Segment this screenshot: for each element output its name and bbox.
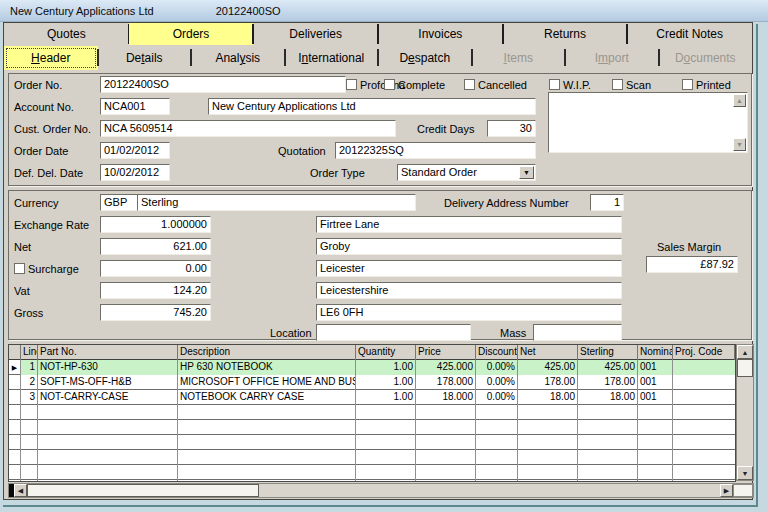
grid-cell <box>638 465 673 480</box>
wip-checkbox[interactable] <box>549 79 560 90</box>
order-no-field[interactable]: 20122400SO <box>100 76 346 93</box>
grid-row-3[interactable]: 3NOT-CARRY-CASE NOTEBOOK CARRY CASE1.001… <box>9 390 735 405</box>
account-no-label: Account No. <box>14 101 74 113</box>
grid-horizontal-scrollbar[interactable]: ◀ ▶ <box>8 483 754 498</box>
grid-cell <box>38 435 178 450</box>
grid-cell: NOT-HP-630 <box>38 360 178 375</box>
grid-cell <box>476 435 518 450</box>
complete-label: Complete <box>398 79 445 91</box>
sub-tab-details[interactable]: Details <box>98 46 192 70</box>
grid-cell: 001 <box>638 375 673 390</box>
grid-cell <box>578 450 638 465</box>
grid-empty-row[interactable] <box>9 450 735 465</box>
mass-field[interactable] <box>533 324 622 341</box>
address-line-5-field[interactable]: LE6 0FH <box>316 304 622 321</box>
credit-days-field[interactable]: 30 <box>487 120 536 137</box>
net-field[interactable]: 621.00 <box>100 238 211 255</box>
grid-empty-row[interactable] <box>9 405 735 420</box>
currency-code-field[interactable]: GBP <box>100 194 138 211</box>
grid-cell: MICROSOFT OFFICE HOME AND BUS <box>178 375 356 390</box>
scroll-right-icon[interactable]: ▶ <box>720 484 733 497</box>
account-no-field[interactable]: NCA001 <box>100 98 170 115</box>
grid-row-2[interactable]: 2SOFT-MS-OFF-H&BMICROSOFT OFFICE HOME AN… <box>9 375 735 390</box>
main-tab-credit-notes[interactable]: Credit Notes <box>627 23 752 45</box>
delivery-address-number-field[interactable]: 1 <box>590 194 624 211</box>
document-number: 20122400SO <box>216 5 281 17</box>
scroll-up-icon[interactable]: ▲ <box>733 94 746 107</box>
address-line-4-field[interactable]: Leicestershire <box>316 282 622 299</box>
grid-cell <box>673 480 735 482</box>
grid-row-1[interactable]: ▶1NOT-HP-630HP 630 NOTEBOOK1.00425.0000.… <box>9 360 735 375</box>
main-tab-quotes[interactable]: Quotes <box>4 23 129 45</box>
column-header-line: Line <box>21 345 38 360</box>
cancelled-label: Cancelled <box>478 79 527 91</box>
surcharge-field[interactable]: 0.00 <box>100 260 211 277</box>
grid-empty-row[interactable] <box>9 420 735 435</box>
grid-empty-row[interactable] <box>9 435 735 450</box>
main-tab-deliveries[interactable]: Deliveries <box>253 23 378 45</box>
grid-empty-row[interactable] <box>9 480 735 482</box>
scan-checkbox[interactable] <box>612 79 623 90</box>
order-type-dropdown[interactable]: Standard Order ▼ <box>397 164 536 181</box>
currency-label: Currency <box>14 197 59 209</box>
sub-tab-international[interactable]: International <box>285 46 379 70</box>
credit-days-label: Credit Days <box>417 123 474 135</box>
currency-name-field[interactable]: Sterling <box>137 194 416 211</box>
scroll-up-icon[interactable]: ▲ <box>737 345 753 359</box>
title-bar: New Century Applications Ltd 20122400SO <box>0 0 768 22</box>
sub-tab-analysis[interactable]: Analysis <box>191 46 285 70</box>
grid-cell: NOTEBOOK CARRY CASE <box>178 390 356 405</box>
scroll-down-icon[interactable]: ▼ <box>733 138 746 151</box>
grid-empty-row[interactable] <box>9 465 735 480</box>
sub-tab-despatch[interactable]: Despatch <box>378 46 472 70</box>
grid-cell: 0.00% <box>476 375 518 390</box>
sub-tab-header[interactable]: Header <box>4 46 98 70</box>
account-name-field[interactable]: New Century Applications Ltd <box>208 98 536 115</box>
grid-cell: 18.000 <box>416 390 476 405</box>
grid-cell <box>21 420 38 435</box>
grid-cell <box>638 450 673 465</box>
order-date-field[interactable]: 01/02/2012 <box>100 142 170 159</box>
scroll-down-icon[interactable]: ▼ <box>737 466 753 480</box>
cancelled-checkbox[interactable] <box>464 79 475 90</box>
grid-cell <box>356 420 416 435</box>
address-line-2-field[interactable]: Groby <box>316 238 622 255</box>
grid-cell: 178.00 <box>518 375 578 390</box>
grid-cell <box>178 405 356 420</box>
grid-vertical-scrollbar[interactable]: ▲ ▼ <box>736 344 754 481</box>
def-del-date-field[interactable]: 10/02/2012 <box>100 164 170 181</box>
surcharge-checkbox[interactable] <box>14 263 25 274</box>
notes-textarea[interactable]: ▲ ▼ <box>548 92 748 153</box>
address-line-1-field[interactable]: Firtree Lane <box>316 216 622 233</box>
row-selector-cell <box>9 465 21 480</box>
chevron-down-icon[interactable]: ▼ <box>519 166 534 179</box>
main-tab-invoices[interactable]: Invoices <box>378 23 503 45</box>
grid-cell <box>476 465 518 480</box>
grid-cell <box>518 435 578 450</box>
cust-order-no-field[interactable]: NCA 5609514 <box>100 120 396 137</box>
proforma-checkbox[interactable] <box>346 79 357 90</box>
sales-margin-field: £87.92 <box>646 256 738 273</box>
grid-cell: 0.00% <box>476 390 518 405</box>
exchange-rate-field[interactable]: 1.000000 <box>100 216 211 233</box>
quotation-field[interactable]: 20122325SQ <box>335 142 536 159</box>
horizontal-scroll-thumb[interactable] <box>27 484 259 497</box>
grid-cell <box>518 405 578 420</box>
grid-cell <box>356 465 416 480</box>
main-tab-returns[interactable]: Returns <box>503 23 628 45</box>
grid-cell: 178.000 <box>416 375 476 390</box>
main-tab-orders[interactable]: Orders <box>129 23 254 45</box>
row-selector-cell <box>9 375 21 390</box>
vertical-scroll-thumb[interactable] <box>737 359 753 377</box>
grid-cell: 1.00 <box>356 390 416 405</box>
printed-checkbox[interactable] <box>682 79 693 90</box>
complete-checkbox[interactable] <box>384 79 395 90</box>
grid-cell <box>578 435 638 450</box>
vat-field[interactable]: 124.20 <box>100 282 211 299</box>
gross-field[interactable]: 745.20 <box>100 304 211 321</box>
main-tab-bar: QuotesOrdersDeliveriesInvoicesReturnsCre… <box>4 23 752 45</box>
scroll-left-icon[interactable]: ◀ <box>14 484 27 497</box>
location-field[interactable] <box>316 324 471 341</box>
grid-cell <box>578 465 638 480</box>
address-line-3-field[interactable]: Leicester <box>316 260 622 277</box>
